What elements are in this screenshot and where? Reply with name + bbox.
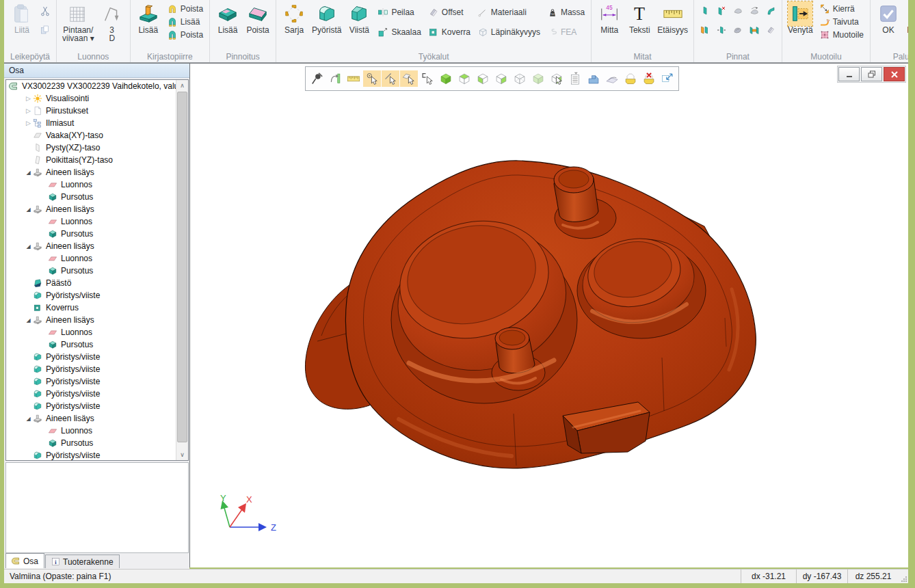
step-export-button[interactable] <box>585 70 602 87</box>
pinta-taivuta-button[interactable] <box>763 3 778 19</box>
kirjasto-poista-2-button[interactable]: Poista <box>164 29 206 41</box>
tree-item-pursotus[interactable]: Pursotus <box>6 338 176 351</box>
tree-item-visualisointi[interactable]: ▷Visualisointi <box>6 92 176 105</box>
expand-arrow-icon[interactable]: ▷ <box>24 120 33 126</box>
tree-item-pursotus[interactable]: Pursotus <box>6 191 176 203</box>
tree-item-pursotus[interactable]: Pursotus <box>6 228 176 240</box>
tree-item-poikittais-yz-taso[interactable]: Poikittais(YZ)-taso <box>6 154 176 166</box>
view-shaded-button[interactable] <box>437 70 455 87</box>
pyorista-button[interactable]: Pyöristä <box>310 1 343 34</box>
tree-item-koverrus[interactable]: Koverrus <box>6 302 176 314</box>
snap-circle-button[interactable] <box>363 70 381 87</box>
koverra-button[interactable]: Koverra <box>425 26 473 38</box>
tree-item-pyoristys-viiste[interactable]: Pyöristys/viiste <box>6 388 176 400</box>
muotoile-button[interactable]: Muotoile <box>817 29 866 41</box>
kopioi-button[interactable] <box>38 22 53 38</box>
tree-item-luonnos[interactable]: Luonnos <box>6 252 176 265</box>
restore-button[interactable] <box>861 67 882 81</box>
kirjasto-lisaa-2-button[interactable]: Lisää <box>164 16 206 28</box>
snap-plane-button[interactable] <box>400 70 418 87</box>
offset-button[interactable]: Offset <box>425 6 473 18</box>
mitta-button[interactable]: 45Mitta <box>595 1 624 34</box>
tree-item-part-root[interactable]: VX3002239 VX3002239 Vaihdekotelo, valu <box>6 80 176 92</box>
bin-save-button[interactable] <box>622 70 639 87</box>
tab-osa[interactable]: Osa <box>5 553 44 568</box>
pinta-venyta-button[interactable] <box>714 22 729 38</box>
scroll-up-button[interactable]: ∧ <box>176 80 188 91</box>
peilaa-button[interactable]: Peilaa <box>375 6 423 18</box>
kierra-button[interactable]: Kierrä <box>817 3 866 15</box>
leikkaa-button[interactable] <box>38 3 53 19</box>
select-entity-button[interactable] <box>419 70 436 87</box>
expand-arrow-icon[interactable]: ▷ <box>24 95 33 102</box>
tree-item-vaaka-xy-taso[interactable]: Vaaka(XY)-taso <box>6 129 176 142</box>
tab-tuoterakenne[interactable]: iTuoterakenne <box>45 554 120 568</box>
pinnoitus-poista-button[interactable]: Poista <box>243 1 272 34</box>
kirjasto-lisaa-button[interactable]: Lisää <box>134 1 163 34</box>
taivuta-button[interactable]: Taivuta <box>817 16 866 28</box>
snap-line-button[interactable] <box>382 70 399 87</box>
view-right-button[interactable] <box>492 70 510 87</box>
expand-arrow-icon[interactable]: ◢ <box>24 416 33 422</box>
tree-item-piirustukset[interactable]: ▷Piirustukset <box>6 105 176 117</box>
tree-item-aineen-lisays[interactable]: ◢Aineen lisäys <box>6 166 176 178</box>
section-plane-button[interactable] <box>603 70 621 87</box>
pin-button[interactable] <box>308 70 326 87</box>
fea-button[interactable]: FEA <box>544 26 587 38</box>
scroll-down-button[interactable]: ∨ <box>176 449 188 460</box>
ok-button[interactable]: OK <box>874 1 903 34</box>
tree-item-luonnos[interactable]: Luonnos <box>6 178 176 191</box>
tree-item-aineen-lisays[interactable]: ◢Aineen lisäys <box>6 240 176 252</box>
kirjasto-poista-1-button[interactable]: Poista <box>164 3 206 15</box>
view-front-button[interactable] <box>474 70 492 87</box>
expand-arrow-icon[interactable]: ◢ <box>24 170 33 176</box>
poistu-button[interactable]: Poistu <box>904 1 908 34</box>
view-list-button[interactable] <box>566 70 584 87</box>
pinta-kaariste-button[interactable] <box>730 22 745 38</box>
pinta-rajaa-button[interactable] <box>747 22 762 38</box>
sarja-button[interactable]: Sarja <box>280 1 308 34</box>
viewport-canvas[interactable]: Y X Z <box>189 63 908 567</box>
tree-item-pursotus[interactable]: Pursotus <box>6 265 176 277</box>
tree-item-luonnos[interactable]: Luonnos <box>6 425 176 437</box>
liita-button[interactable]: Liitä <box>8 1 36 34</box>
venyta-button[interactable]: Venytä <box>786 1 815 34</box>
tree-item-luonnos[interactable]: Luonnos <box>6 326 176 338</box>
tree-item-paasto[interactable]: Päästö <box>6 277 176 289</box>
expand-arrow-icon[interactable]: ◢ <box>24 317 33 323</box>
pinta-muokkaa-button[interactable] <box>747 3 762 19</box>
pinta-siirra-button[interactable] <box>698 22 713 38</box>
view-translucent-button[interactable] <box>529 70 547 87</box>
pinta-offset-button[interactable] <box>763 22 778 38</box>
luonnos-3d-button[interactable]: 3D <box>98 1 127 42</box>
rotate-view-button[interactable] <box>326 70 344 87</box>
materiaali-button[interactable]: Materiaali <box>475 6 543 18</box>
etaisyys-button[interactable]: Etäisyys <box>655 1 690 34</box>
resize-grip[interactable] <box>899 570 908 583</box>
expand-arrow-icon[interactable]: ▷ <box>24 107 33 114</box>
tree-item-aineen-lisays[interactable]: ◢Aineen lisäys <box>6 314 176 326</box>
pinta-poista-button[interactable] <box>714 3 729 19</box>
pinta-paikkaa-button[interactable] <box>730 3 745 19</box>
pinnoitus-lisaa-button[interactable]: Lisää <box>213 1 242 34</box>
close-button[interactable] <box>884 67 905 81</box>
viista-button[interactable]: Viistä <box>345 1 373 34</box>
measure-ruler-button[interactable] <box>345 70 362 87</box>
tree-item-pyoristys-viiste[interactable]: Pyöristys/viiste <box>6 351 176 363</box>
export-window-button[interactable] <box>659 70 676 87</box>
tree-item-luonnos[interactable]: Luonnos <box>6 215 176 228</box>
tree-item-ilmiasut[interactable]: ▷Ilmiasut <box>6 117 176 129</box>
view-wire-button[interactable] <box>511 70 529 87</box>
tree-item-pyoristys-viiste[interactable]: Pyöristys/viiste <box>6 449 176 460</box>
view-select-button[interactable] <box>548 70 566 87</box>
expand-arrow-icon[interactable]: ◢ <box>24 243 33 250</box>
pintaan-viivaan-button[interactable]: Pintaan/viivaan ▾ <box>60 1 96 42</box>
lapinakyvyys-button[interactable]: Läpinäkyvyys <box>475 26 543 38</box>
tree-item-pyoristys-viiste[interactable]: Pyöristys/viiste <box>6 289 176 302</box>
tree-item-aineen-lisays[interactable]: ◢Aineen lisäys <box>6 412 176 425</box>
tree-item-pyoristys-viiste[interactable]: Pyöristys/viiste <box>6 363 176 375</box>
view-top-button[interactable] <box>455 70 473 87</box>
skaalaa-button[interactable]: Skaalaa <box>375 26 423 38</box>
teksti-button[interactable]: TTeksti <box>625 1 654 34</box>
tree-item-aineen-lisays[interactable]: ◢Aineen lisäys <box>6 203 176 215</box>
